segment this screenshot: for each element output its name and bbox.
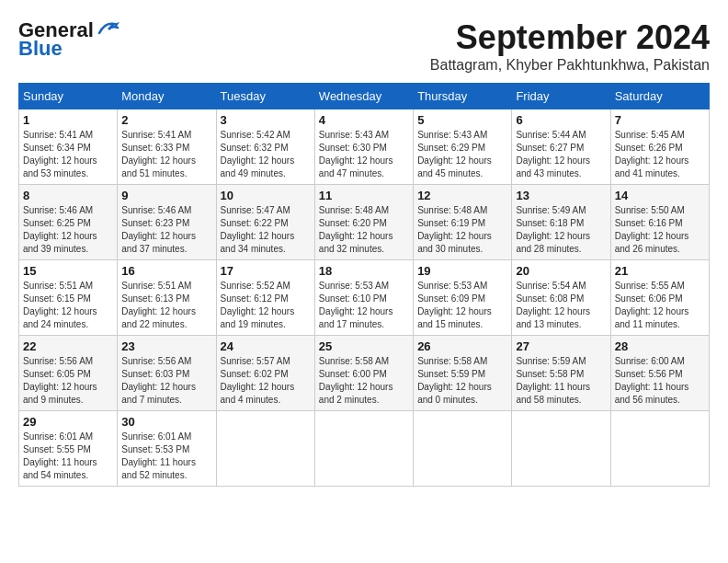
day-cell-7: 7 Sunrise: 5:45 AMSunset: 6:26 PMDayligh… <box>610 109 709 185</box>
day-info: Sunrise: 5:51 AMSunset: 6:15 PMDaylight:… <box>23 280 113 331</box>
day-cell-10: 10 Sunrise: 5:47 AMSunset: 6:22 PMDaylig… <box>216 185 314 260</box>
day-info: Sunrise: 5:53 AMSunset: 6:09 PMDaylight:… <box>417 280 507 331</box>
day-cell-20: 20 Sunrise: 5:54 AMSunset: 6:08 PMDaylig… <box>512 260 610 336</box>
day-cell-1: 1 Sunrise: 5:41 AMSunset: 6:34 PMDayligh… <box>19 109 118 185</box>
day-cell-23: 23 Sunrise: 5:56 AMSunset: 6:03 PMDaylig… <box>118 336 216 411</box>
day-number: 5 <box>417 113 507 127</box>
day-cell-8: 8 Sunrise: 5:46 AMSunset: 6:25 PMDayligh… <box>19 185 118 260</box>
day-info: Sunrise: 5:54 AMSunset: 6:08 PMDaylight:… <box>516 280 606 331</box>
header-thursday: Thursday <box>414 84 512 109</box>
day-cell-18: 18 Sunrise: 5:53 AMSunset: 6:10 PMDaylig… <box>314 260 413 336</box>
page-container: General Blue September 2024 Battagram, K… <box>18 18 710 487</box>
day-number: 6 <box>516 113 606 127</box>
day-cell-5: 5 Sunrise: 5:43 AMSunset: 6:29 PMDayligh… <box>414 109 512 185</box>
empty-cell <box>512 411 610 487</box>
day-number: 24 <box>221 339 311 353</box>
day-cell-11: 11 Sunrise: 5:48 AMSunset: 6:20 PMDaylig… <box>314 185 413 260</box>
location-title: Battagram, Khyber Pakhtunkhwa, Pakistan <box>430 57 710 74</box>
day-cell-21: 21 Sunrise: 5:55 AMSunset: 6:06 PMDaylig… <box>610 260 709 336</box>
day-info: Sunrise: 5:52 AMSunset: 6:12 PMDaylight:… <box>221 280 311 331</box>
day-info: Sunrise: 5:44 AMSunset: 6:27 PMDaylight:… <box>516 129 606 180</box>
day-number: 29 <box>23 415 113 429</box>
day-cell-24: 24 Sunrise: 5:57 AMSunset: 6:02 PMDaylig… <box>216 336 314 411</box>
day-cell-3: 3 Sunrise: 5:42 AMSunset: 6:32 PMDayligh… <box>216 109 314 185</box>
day-cell-17: 17 Sunrise: 5:52 AMSunset: 6:12 PMDaylig… <box>216 260 314 336</box>
day-number: 30 <box>121 415 211 429</box>
day-info: Sunrise: 5:59 AMSunset: 5:58 PMDaylight:… <box>516 355 606 407</box>
week-row-1: 1 Sunrise: 5:41 AMSunset: 6:34 PMDayligh… <box>19 109 710 185</box>
day-number: 26 <box>417 339 507 353</box>
day-info: Sunrise: 5:46 AMSunset: 6:23 PMDaylight:… <box>121 204 211 256</box>
header: General Blue September 2024 Battagram, K… <box>18 18 710 74</box>
day-number: 22 <box>23 339 113 353</box>
day-number: 7 <box>615 113 705 127</box>
title-section: September 2024 Battagram, Khyber Pakhtun… <box>430 18 710 74</box>
day-number: 18 <box>319 264 409 278</box>
day-number: 28 <box>615 339 705 353</box>
day-info: Sunrise: 5:50 AMSunset: 6:16 PMDaylight:… <box>615 204 705 256</box>
day-info: Sunrise: 5:53 AMSunset: 6:10 PMDaylight:… <box>319 280 409 331</box>
day-number: 20 <box>516 264 606 278</box>
day-info: Sunrise: 6:01 AMSunset: 5:55 PMDaylight:… <box>23 431 113 482</box>
day-cell-22: 22 Sunrise: 5:56 AMSunset: 6:05 PMDaylig… <box>19 336 118 411</box>
day-number: 16 <box>121 264 211 278</box>
weekday-header-row: Sunday Monday Tuesday Wednesday Thursday… <box>19 84 710 109</box>
calendar-table: Sunday Monday Tuesday Wednesday Thursday… <box>18 83 710 487</box>
day-info: Sunrise: 5:55 AMSunset: 6:06 PMDaylight:… <box>615 280 705 331</box>
day-number: 13 <box>516 189 606 202</box>
week-row-4: 22 Sunrise: 5:56 AMSunset: 6:05 PMDaylig… <box>19 336 710 411</box>
day-cell-13: 13 Sunrise: 5:49 AMSunset: 6:18 PMDaylig… <box>512 185 610 260</box>
day-number: 1 <box>23 113 113 127</box>
day-info: Sunrise: 5:48 AMSunset: 6:20 PMDaylight:… <box>319 204 409 256</box>
day-number: 23 <box>121 339 211 353</box>
day-cell-4: 4 Sunrise: 5:43 AMSunset: 6:30 PMDayligh… <box>314 109 413 185</box>
day-cell-25: 25 Sunrise: 5:58 AMSunset: 6:00 PMDaylig… <box>314 336 413 411</box>
week-row-5: 29 Sunrise: 6:01 AMSunset: 5:55 PMDaylig… <box>19 411 710 487</box>
day-number: 10 <box>221 189 311 202</box>
header-sunday: Sunday <box>19 84 118 109</box>
day-info: Sunrise: 5:45 AMSunset: 6:26 PMDaylight:… <box>615 129 705 180</box>
day-info: Sunrise: 5:47 AMSunset: 6:22 PMDaylight:… <box>221 204 311 256</box>
empty-cell <box>314 411 413 487</box>
day-info: Sunrise: 5:43 AMSunset: 6:30 PMDaylight:… <box>319 129 409 180</box>
day-number: 14 <box>615 189 705 202</box>
day-info: Sunrise: 5:46 AMSunset: 6:25 PMDaylight:… <box>23 204 113 256</box>
day-info: Sunrise: 5:42 AMSunset: 6:32 PMDaylight:… <box>221 129 311 180</box>
empty-cell <box>216 411 314 487</box>
day-cell-9: 9 Sunrise: 5:46 AMSunset: 6:23 PMDayligh… <box>118 185 216 260</box>
day-info: Sunrise: 5:41 AMSunset: 6:33 PMDaylight:… <box>121 129 211 180</box>
day-info: Sunrise: 5:56 AMSunset: 6:05 PMDaylight:… <box>23 355 113 407</box>
month-title: September 2024 <box>430 18 710 57</box>
day-cell-30: 30 Sunrise: 6:01 AMSunset: 5:53 PMDaylig… <box>118 411 216 487</box>
day-info: Sunrise: 5:57 AMSunset: 6:02 PMDaylight:… <box>221 355 311 407</box>
header-wednesday: Wednesday <box>314 84 413 109</box>
day-number: 17 <box>221 264 311 278</box>
day-info: Sunrise: 5:43 AMSunset: 6:29 PMDaylight:… <box>417 129 507 180</box>
week-row-2: 8 Sunrise: 5:46 AMSunset: 6:25 PMDayligh… <box>19 185 710 260</box>
day-info: Sunrise: 5:48 AMSunset: 6:19 PMDaylight:… <box>417 204 507 256</box>
day-cell-16: 16 Sunrise: 5:51 AMSunset: 6:13 PMDaylig… <box>118 260 216 336</box>
day-cell-2: 2 Sunrise: 5:41 AMSunset: 6:33 PMDayligh… <box>118 109 216 185</box>
day-number: 4 <box>319 113 409 127</box>
day-cell-26: 26 Sunrise: 5:58 AMSunset: 5:59 PMDaylig… <box>414 336 512 411</box>
day-cell-19: 19 Sunrise: 5:53 AMSunset: 6:09 PMDaylig… <box>414 260 512 336</box>
day-number: 2 <box>121 113 211 127</box>
header-monday: Monday <box>118 84 216 109</box>
day-info: Sunrise: 6:01 AMSunset: 5:53 PMDaylight:… <box>121 431 211 482</box>
day-number: 15 <box>23 264 113 278</box>
day-info: Sunrise: 5:58 AMSunset: 5:59 PMDaylight:… <box>417 355 507 407</box>
logo-blue: Blue <box>18 37 63 61</box>
week-row-3: 15 Sunrise: 5:51 AMSunset: 6:15 PMDaylig… <box>19 260 710 336</box>
day-info: Sunrise: 5:56 AMSunset: 6:03 PMDaylight:… <box>121 355 211 407</box>
day-info: Sunrise: 5:51 AMSunset: 6:13 PMDaylight:… <box>121 280 211 331</box>
day-cell-15: 15 Sunrise: 5:51 AMSunset: 6:15 PMDaylig… <box>19 260 118 336</box>
empty-cell <box>610 411 709 487</box>
day-number: 21 <box>615 264 705 278</box>
header-saturday: Saturday <box>610 84 709 109</box>
day-cell-6: 6 Sunrise: 5:44 AMSunset: 6:27 PMDayligh… <box>512 109 610 185</box>
logo: General Blue <box>18 18 121 61</box>
day-number: 25 <box>319 339 409 353</box>
day-info: Sunrise: 5:41 AMSunset: 6:34 PMDaylight:… <box>23 129 113 180</box>
day-number: 27 <box>516 339 606 353</box>
header-tuesday: Tuesday <box>216 84 314 109</box>
